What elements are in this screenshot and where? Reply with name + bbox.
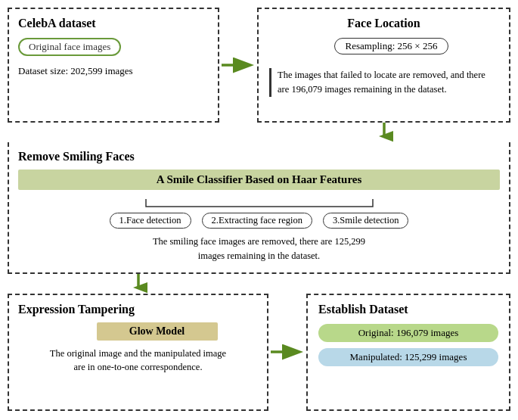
glow-model-banner: Glow Model <box>97 322 218 341</box>
smiling-faces-box: Remove Smiling Faces A Smile Classifier … <box>8 142 510 274</box>
arrow-celeba-to-face <box>219 8 257 123</box>
face-location-description: The images that failed to locate are rem… <box>269 68 498 97</box>
face-location-title: Face Location <box>269 17 498 30</box>
celeba-badge: Original face images <box>18 38 121 56</box>
establish-title: Establish Dataset <box>318 303 498 316</box>
right-arrow-bottom-icon <box>269 343 306 361</box>
classifier-banner: A Smile Classifier Based on Haar Feature… <box>18 170 500 190</box>
resampling-badge: Resampling: 256 × 256 <box>334 38 449 54</box>
celeba-size: Dataset size: 202,599 images <box>18 65 209 77</box>
step-1-badge: 1.Face detection <box>110 213 191 229</box>
original-badge: Original: 196,079 images <box>318 324 498 342</box>
right-arrow-icon <box>220 56 256 74</box>
down-arrow-left-icon <box>129 274 147 294</box>
down-arrow-right-icon <box>375 123 393 142</box>
expression-title: Expression Tampering <box>18 303 258 316</box>
step-2-badge: 2.Extracting face region <box>202 213 312 229</box>
manipulated-badge: Manipulated: 125,299 images <box>318 348 498 366</box>
smiling-description: The smiling face images are removed, the… <box>18 235 500 263</box>
brace-icon <box>138 196 380 210</box>
step-3-badge: 3.Smile detection <box>323 213 408 229</box>
expression-description: The original image and the manipulated i… <box>18 347 258 375</box>
steps-row: 1.Face detection 2.Extracting face regio… <box>18 213 500 229</box>
diagram: CelebA dataset Original face images Data… <box>0 0 518 420</box>
celeba-title: CelebA dataset <box>18 17 209 30</box>
smiling-title: Remove Smiling Faces <box>18 150 500 163</box>
